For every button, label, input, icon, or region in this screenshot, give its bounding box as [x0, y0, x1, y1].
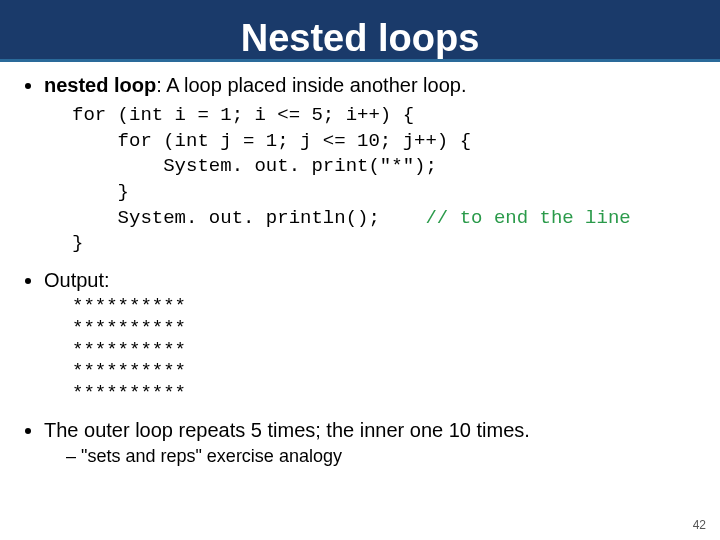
- output-block: ********** ********** ********** *******…: [72, 296, 694, 405]
- title-bar: Nested loops: [0, 0, 720, 62]
- sub-bullet-list: "sets and reps" exercise analogy: [44, 446, 694, 467]
- slide-content: nested loop: A loop placed inside anothe…: [0, 62, 720, 467]
- bullet-summary: The outer loop repeats 5 times; the inne…: [44, 419, 694, 467]
- bullet-output: Output: ********** ********** **********…: [44, 269, 694, 405]
- slide-title: Nested loops: [241, 19, 480, 57]
- bullet-list: nested loop: A loop placed inside anothe…: [26, 74, 694, 467]
- definition-text: : A loop placed inside another loop.: [156, 74, 466, 96]
- code-block: for (int i = 1; i <= 5; i++) { for (int …: [72, 103, 694, 257]
- summary-text: The outer loop repeats 5 times; the inne…: [44, 419, 530, 441]
- page-number: 42: [693, 518, 706, 532]
- output-label: Output:: [44, 269, 110, 291]
- code-comment: // to end the line: [425, 207, 630, 229]
- sub-bullet-analogy: "sets and reps" exercise analogy: [66, 446, 694, 467]
- definition-term: nested loop: [44, 74, 156, 96]
- slide: Nested loops nested loop: A loop placed …: [0, 0, 720, 540]
- bullet-definition: nested loop: A loop placed inside anothe…: [44, 74, 694, 257]
